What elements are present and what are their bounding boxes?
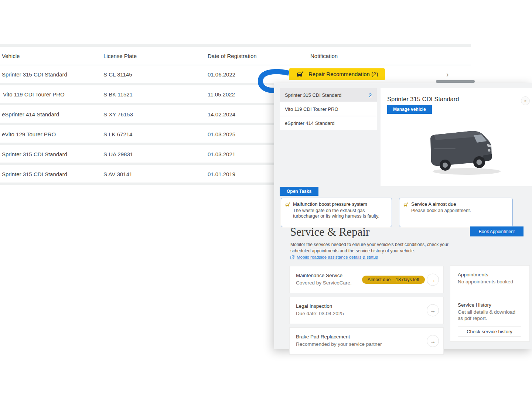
table-row[interactable]: Sprinter 315 CDI Standard S CL 31145 01.… <box>0 65 471 83</box>
registration-date: 01.03.2025 <box>208 131 235 137</box>
service-card-maintenance[interactable]: Maintenance Service Covered by ServiceCa… <box>289 266 444 293</box>
divider <box>458 294 520 294</box>
header-date-of-registration: Date of Registration <box>208 53 257 59</box>
service-card-title: Legal Inspection <box>296 303 332 309</box>
arrow-right-icon[interactable]: → <box>427 304 439 317</box>
vehicle-name: Sprinter 315 CDI Standard <box>2 151 67 157</box>
vehicle-list-item[interactable]: Vito 119 CDI Tourer PRO <box>280 102 377 116</box>
open-task-cards: Malfunction boost pressure system The wa… <box>281 198 513 227</box>
close-icon[interactable]: × <box>521 96 530 105</box>
registration-date: 01.01.2019 <box>208 171 235 177</box>
license-plate: S CL 31145 <box>103 71 132 77</box>
appointments-text: No appointments booked <box>458 279 519 285</box>
mobilo-assistance-link-label: Mobilo roadside assistance details & sta… <box>297 255 378 259</box>
registration-date: 14.02.2024 <box>208 111 235 117</box>
appointments-history-card: Appointments No appointments booked Serv… <box>450 265 530 342</box>
open-tasks-tab[interactable]: Open Tasks <box>280 187 318 196</box>
header-notification: Notification <box>310 53 338 59</box>
repair-recommendation-label: Repair Recommendation (2) <box>308 71 378 77</box>
mobilo-assistance-link[interactable]: Mobilo roadside assistance details & sta… <box>290 255 378 259</box>
vehicle-detail-card: Sprinter 315 CDI Standard × Manage vehic… <box>381 88 532 186</box>
external-link-icon <box>290 255 294 259</box>
task-card-malfunction[interactable]: Malfunction boost pressure system The wa… <box>281 198 392 227</box>
service-card-legal-inspection[interactable]: Legal Inspection Due date: 03.04.2025 → <box>289 297 444 324</box>
service-card-title: Maintenance Service <box>296 273 342 278</box>
arrow-right-icon[interactable]: → <box>427 274 439 286</box>
notification-count-badge: 2 <box>369 92 372 98</box>
vehicle-list-label: Sprinter 315 CDI Standard <box>285 92 341 98</box>
service-card-title: Brake Pad Replacement <box>296 334 350 340</box>
task-card-service-due[interactable]: Service A almost due Please book an appo… <box>399 198 513 227</box>
service-history-text: Get all details & download as pdf report… <box>458 309 519 322</box>
registration-date: 01.03.2021 <box>208 151 235 157</box>
task-body: The waste gate on the exhaust gas turboc… <box>293 208 387 219</box>
check-service-history-button[interactable]: Check service history <box>458 327 521 337</box>
task-body: Please book an appointment. <box>411 208 508 214</box>
service-history-title: Service History <box>458 302 524 308</box>
task-title: Service A almost due <box>411 201 508 207</box>
task-title: Malfunction boost pressure system <box>293 201 387 207</box>
service-card-subtitle: Recommended by your service partner <box>296 341 382 347</box>
vehicle-name: eVito 129 Tourer PRO <box>2 131 56 137</box>
header-vehicle: Vehicle <box>2 53 20 59</box>
service-item-cards: Maintenance Service Covered by ServiceCa… <box>289 266 444 358</box>
service-card-brake-pads[interactable]: Brake Pad Replacement Recommended by you… <box>289 327 444 355</box>
registration-date: 01.06.2022 <box>208 71 235 77</box>
license-plate: S XY 76153 <box>103 111 133 117</box>
manage-vehicle-button[interactable]: Manage vehicle <box>387 105 432 114</box>
vehicle-name: Vito 119 CDI Tourer PRO <box>3 91 65 97</box>
registration-date: 11.05.2022 <box>208 91 235 97</box>
vehicle-overlay-panel: Sprinter 315 CDI Standard 2 Vito 119 CDI… <box>274 83 532 349</box>
vehicle-list-item[interactable]: eSprinter 414 Standard <box>280 116 377 130</box>
van-warning-icon <box>296 71 304 78</box>
vehicle-name: Sprinter 315 CDI Standard <box>2 71 67 77</box>
header-license-plate: License Plate <box>103 53 137 59</box>
van-image <box>419 122 515 178</box>
service-card-subtitle: Due date: 03.04.2025 <box>296 311 344 316</box>
appointments-title: Appointments <box>458 272 524 277</box>
service-repair-title: Service & Repair <box>290 225 369 239</box>
panel-vehicle-list: Sprinter 315 CDI Standard 2 Vito 119 CDI… <box>280 88 377 130</box>
vehicle-list-label: eSprinter 414 Standard <box>285 120 334 126</box>
service-repair-subtitle: Monitor the services needed to ensure yo… <box>290 242 464 255</box>
arrow-right-icon[interactable]: → <box>427 335 439 347</box>
license-plate: S LK 67214 <box>103 131 132 137</box>
chevron-right-icon[interactable]: › <box>446 71 449 78</box>
table-header-row: Vehicle License Plate Date of Registrati… <box>0 47 471 65</box>
service-card-subtitle: Covered by ServiceCare. <box>296 280 352 286</box>
van-warning-icon <box>403 202 409 208</box>
book-appointment-button[interactable]: Book Appointment <box>470 226 524 236</box>
van-warning-icon <box>285 202 290 208</box>
vehicle-list-label: Vito 119 CDI Tourer PRO <box>285 106 338 112</box>
horizontal-scrollbar-thumb[interactable] <box>436 80 475 83</box>
repair-recommendation-button[interactable]: Repair Recommendation (2) <box>289 68 385 80</box>
vehicle-name: eSprinter 414 Standard <box>2 111 59 117</box>
vehicle-name: Sprinter 315 CDI Standard <box>2 171 67 177</box>
vehicle-detail-title: Sprinter 315 CDI Standard <box>387 96 459 103</box>
license-plate: S UA 29831 <box>103 151 133 157</box>
license-plate: S AV 30141 <box>103 171 132 177</box>
license-plate: S BK 11521 <box>103 91 133 97</box>
vehicle-list-item-selected[interactable]: Sprinter 315 CDI Standard 2 <box>280 88 377 102</box>
due-status-badge: Almost due – 18 days left <box>362 276 425 284</box>
